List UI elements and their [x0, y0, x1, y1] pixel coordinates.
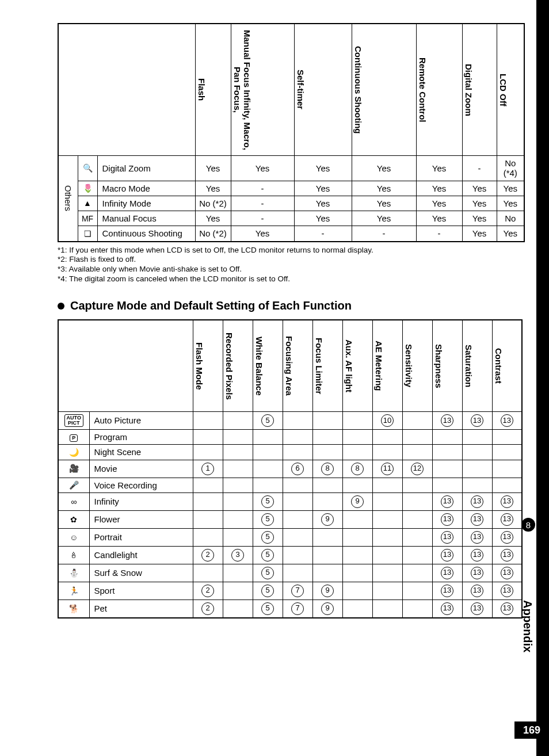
cell [312, 564, 342, 582]
cell [223, 412, 253, 430]
cell: 13 [492, 412, 522, 430]
mode-icon: MF [78, 211, 97, 226]
footnotes: *1: If you enter this mode when LCD is s… [58, 246, 514, 285]
table-others: Flash Manual Focus Infinity, Macro, Pan … [58, 23, 525, 242]
bullet-icon [58, 303, 64, 310]
cell: 2 [193, 582, 223, 600]
table-row: PProgram [58, 430, 522, 445]
cell [193, 478, 223, 492]
cell: 13 [492, 492, 522, 510]
cell [342, 528, 372, 546]
cell: 3 [223, 546, 253, 564]
mode-label: Infinity Mode [97, 196, 195, 211]
table-row: 🌙Night Scene [58, 445, 522, 460]
cell [312, 528, 342, 546]
cell: 13 [432, 528, 462, 546]
cell [492, 478, 522, 492]
cell [223, 492, 253, 510]
table-row: Flash Mode Recorded Pixels White Balance… [58, 320, 522, 412]
table-row: ☺Portrait5131313 [58, 528, 522, 546]
col-header: White Balance [253, 320, 283, 412]
cell [462, 460, 492, 478]
mode-label: Manual Focus [97, 211, 195, 226]
mode-icon: 🎤 [58, 478, 89, 492]
cell: 13 [462, 412, 492, 430]
cell: - [416, 226, 462, 242]
cell: 5 [253, 582, 283, 600]
cell: - [231, 211, 294, 226]
cell: 13 [432, 600, 462, 618]
cell [342, 546, 372, 564]
cell [312, 546, 342, 564]
col-header: Sharpness [432, 320, 462, 412]
cell [372, 564, 402, 582]
cell: 13 [432, 412, 462, 430]
col-header: Continuous Shooting [352, 24, 416, 156]
cell [342, 430, 372, 445]
cell: 13 [432, 546, 462, 564]
mode-label: Continuous Shooting [97, 226, 195, 242]
cell [342, 445, 372, 460]
table-row: ▲Infinity ModeNo (*2)-YesYesYesYesYes [58, 196, 524, 211]
cell [283, 412, 312, 430]
cell: Yes [294, 156, 352, 181]
cell: 6 [283, 460, 312, 478]
chapter-number-badge: 8 [521, 518, 535, 532]
col-header: Aux. AF light [342, 320, 372, 412]
cell [312, 412, 342, 430]
mode-icon: 🌷 [78, 181, 97, 196]
mode-label: Portrait [89, 528, 193, 546]
cell: 11 [372, 460, 402, 478]
table-row: ∞Infinity59131313 [58, 492, 522, 510]
cell: 13 [462, 564, 492, 582]
cell [402, 564, 432, 582]
cell: 2 [193, 546, 223, 564]
mode-icon: ⛄ [58, 564, 89, 582]
col-header: AE Metering [372, 320, 402, 412]
header-blank [58, 24, 195, 156]
cell: Yes [416, 196, 462, 211]
cell [462, 478, 492, 492]
table-row: ⛄Surf & Snow5131313 [58, 564, 522, 582]
cell [312, 445, 342, 460]
cell [402, 546, 432, 564]
mode-icon: ∞ [58, 492, 89, 510]
cell [372, 546, 402, 564]
mode-icon: P [58, 430, 89, 445]
cell: 13 [492, 600, 522, 618]
cell [432, 460, 462, 478]
cell [342, 582, 372, 600]
cell [372, 492, 402, 510]
cell: 13 [432, 564, 462, 582]
table-row: 🎤Voice Recording [58, 478, 522, 492]
mode-label: Surf & Snow [89, 564, 193, 582]
cell: 7 [283, 582, 312, 600]
cell: Yes [462, 211, 497, 226]
table-row: 🕯Candlelight235131313 [58, 546, 522, 564]
cell [193, 564, 223, 582]
cell: Yes [462, 196, 497, 211]
col-header: Saturation [462, 320, 492, 412]
note: *1: If you enter this mode when LCD is s… [58, 246, 514, 255]
cell [432, 478, 462, 492]
cell: Yes [416, 156, 462, 181]
page-number: 169 [514, 721, 549, 739]
table-row: 🏃Sport2579131313 [58, 582, 522, 600]
mode-label: Movie [89, 460, 193, 478]
cell [283, 546, 312, 564]
cell [312, 492, 342, 510]
cell: 12 [402, 460, 432, 478]
cell: Yes [352, 196, 416, 211]
cell: 13 [492, 528, 522, 546]
cell: 13 [462, 510, 492, 528]
cell: Yes [462, 226, 497, 242]
cell: Yes [195, 181, 231, 196]
mode-label: Auto Picture [89, 412, 193, 430]
chapter-title: Appendix [521, 600, 534, 652]
cell [342, 600, 372, 618]
table-row: ❏Continuous ShootingNo (*2)Yes---YesYes [58, 226, 524, 242]
mode-icon: 🎥 [58, 460, 89, 478]
cell: 13 [492, 510, 522, 528]
cell: Yes [231, 156, 294, 181]
cell [193, 510, 223, 528]
